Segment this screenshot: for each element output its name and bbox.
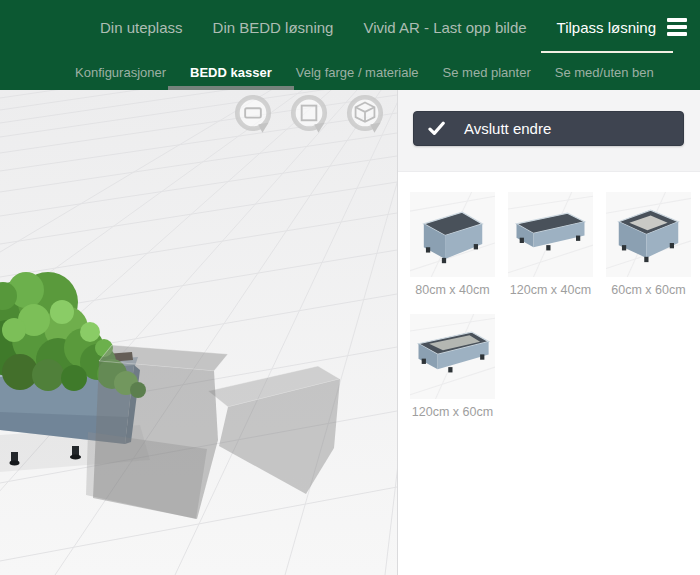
view-controls — [231, 92, 387, 136]
tab-vivid-ar[interactable]: Vivid AR - Last opp bilde — [363, 19, 526, 36]
panel-top-bar: Avslutt endre — [398, 90, 700, 172]
product-size-label: 120cm x 60cm — [410, 405, 495, 419]
planter-thumbnail-120x40-image — [508, 192, 593, 277]
planter-thumbnail-80x40-image — [410, 192, 495, 277]
3d-viewport[interactable] — [0, 90, 397, 575]
top-tabs: Din uteplass Din BEDD løsning Vivid AR -… — [100, 19, 656, 36]
rotate-cube-view-icon[interactable] — [343, 92, 387, 136]
product-option-80x40[interactable]: 80cm x 40cm — [410, 192, 495, 297]
tab-din-bedd-losning[interactable]: Din BEDD løsning — [213, 19, 334, 36]
product-option-120x40[interactable]: 120cm x 40cm — [508, 192, 593, 297]
finish-edit-button-label: Avslutt endre — [464, 120, 551, 137]
3d-scene-render — [0, 90, 397, 575]
tab-din-uteplass[interactable]: Din uteplass — [100, 19, 183, 36]
main-header: Din uteplass Din BEDD løsning Vivid AR -… — [0, 0, 700, 90]
product-grid: 80cm x 40cm — [398, 172, 700, 419]
rotate-tray-view-icon[interactable] — [231, 92, 275, 136]
finish-edit-button[interactable]: Avslutt endre — [413, 111, 684, 146]
tab-tilpass-losning[interactable]: Tilpass løsning — [557, 19, 656, 36]
top-navigation: Din uteplass Din BEDD løsning Vivid AR -… — [0, 0, 700, 55]
product-option-60x60[interactable]: 60cm x 60cm — [606, 192, 691, 297]
planter-thumbnail-60x60-image — [606, 192, 691, 277]
hamburger-menu-icon[interactable] — [667, 18, 687, 36]
options-panel: Avslutt endre — [397, 90, 700, 575]
product-size-label: 60cm x 60cm — [606, 283, 691, 297]
subtab-bedd-kasser[interactable]: BEDD kasser — [190, 65, 272, 80]
subtab-konfigurasjoner[interactable]: Konfigurasjoner — [75, 65, 166, 80]
product-list-section: 80cm x 40cm — [398, 172, 700, 575]
product-size-label: 80cm x 40cm — [410, 283, 495, 297]
checkmark-icon — [428, 121, 445, 136]
bedd-configurator-app: Din uteplass Din BEDD løsning Vivid AR -… — [0, 0, 700, 575]
subtab-se-med-uten-ben[interactable]: Se med/uten ben — [555, 65, 654, 80]
ghost-box-long-render — [208, 366, 340, 494]
product-option-120x60[interactable]: 120cm x 60cm — [410, 314, 495, 419]
planter-thumbnail-120x60-image — [410, 314, 495, 399]
product-size-label: 120cm x 40cm — [508, 283, 593, 297]
subtab-se-med-planter[interactable]: Se med planter — [443, 65, 531, 80]
ghost-box-tall-render — [93, 345, 228, 519]
sub-navigation: Konfigurasjoner BEDD kasser Velg farge /… — [0, 55, 700, 90]
subtab-velg-farge-materiale[interactable]: Velg farge / materiale — [296, 65, 419, 80]
main-content: Avslutt endre — [0, 90, 700, 575]
rotate-square-view-icon[interactable] — [287, 92, 331, 136]
